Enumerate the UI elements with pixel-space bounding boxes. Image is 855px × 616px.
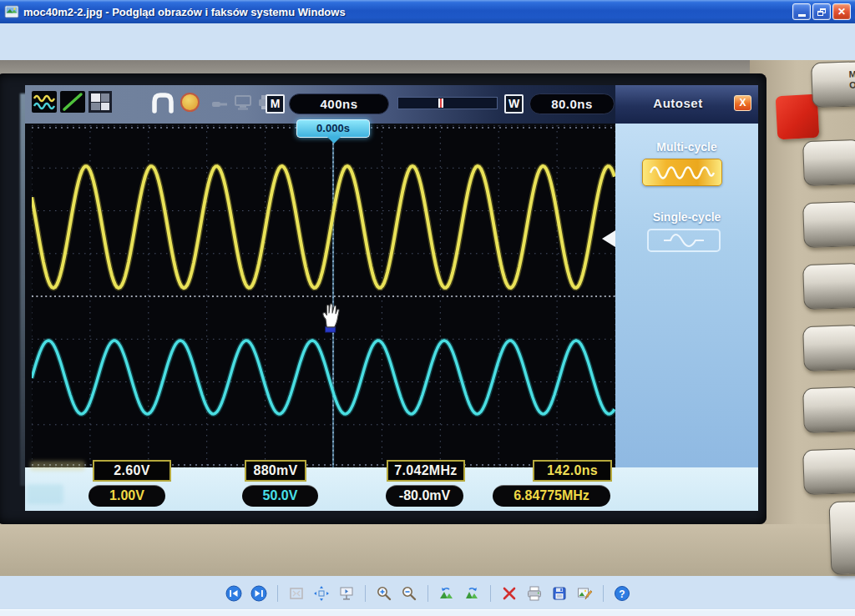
measurement-ch1-pkpk: 2.60V	[93, 460, 171, 482]
hardware-button-2	[802, 201, 855, 248]
main-timebase-value: 400ns	[289, 93, 389, 114]
graticule-grid	[32, 125, 615, 467]
ch2-volts-per-div: 50.0V	[242, 485, 318, 507]
window-timebase-label: W	[504, 94, 524, 114]
hardware-button-1	[802, 139, 855, 186]
multi-cycle-sine-icon	[649, 163, 716, 183]
autoset-menu-panel: Multi-cycle Single-cycle	[615, 124, 758, 467]
hardware-button-4	[802, 325, 855, 371]
svg-text:?: ?	[619, 588, 625, 600]
window-position-bar	[397, 97, 498, 109]
usb-plug-icon	[210, 99, 230, 109]
trigger-level-value: -80.0mV	[386, 485, 463, 507]
viewer-toolbar: ?	[0, 579, 855, 608]
autoset-menu-header: Autoset X	[615, 85, 758, 124]
single-cycle-sine-icon	[660, 231, 707, 250]
slideshow-icon	[338, 585, 355, 602]
single-cycle-label: Single-cycle	[615, 210, 758, 224]
rotate-clockwise-button[interactable]	[462, 583, 482, 603]
restore-button[interactable]	[812, 3, 831, 20]
toolbar-separator	[603, 585, 604, 602]
hardware-button-6	[802, 448, 855, 495]
hardware-button-5	[802, 386, 855, 433]
best-fit-icon	[288, 585, 305, 602]
window-timebase-value: 80.0ns	[529, 93, 615, 114]
hand-cursor	[317, 300, 342, 334]
help-button[interactable]: ?	[612, 583, 632, 603]
toolbar-separator	[277, 585, 278, 602]
slideshow-button[interactable]	[336, 583, 357, 603]
scope-screen: M 400ns W 80.0ns Autoset X Multi-cycle	[25, 85, 758, 511]
delete-icon	[501, 585, 518, 602]
delete-button[interactable]	[499, 583, 519, 603]
faint-channel-mark-2	[27, 484, 63, 504]
trigger-position-tag: 0.000s	[296, 119, 370, 138]
trigger-level-arrow	[602, 230, 615, 247]
waveform-plot	[32, 125, 615, 467]
edit-button[interactable]	[574, 583, 594, 603]
restore-icon	[817, 8, 826, 16]
actual-size-icon	[313, 585, 330, 602]
previous-image-button[interactable]	[224, 583, 244, 603]
main-timebase-label: M	[266, 94, 285, 114]
picture-viewer-window: moc40m2-2.jpg - Podgląd obrazów i faksów…	[0, 0, 855, 616]
faint-channel-mark-1	[30, 461, 85, 471]
window-position-marker	[438, 98, 443, 108]
save-copy-button[interactable]	[549, 583, 569, 603]
run-status-icon	[180, 93, 200, 112]
monitor-icon	[234, 94, 252, 111]
multi-cycle-button	[642, 159, 722, 186]
zoom-out-button[interactable]	[399, 583, 419, 603]
previous-image-icon	[225, 585, 242, 602]
toolbar-separator	[490, 585, 491, 602]
best-fit-button[interactable]	[286, 583, 306, 603]
single-cycle-button	[647, 229, 721, 252]
next-image-button[interactable]	[249, 583, 269, 603]
pulse-icon	[150, 89, 175, 114]
window-controls: ✕	[792, 3, 851, 20]
save-icon	[551, 585, 568, 602]
diagonal-line-icon	[60, 91, 85, 113]
measurement-frequency: 7.042MHz	[387, 460, 465, 482]
window-title: moc40m2-2.jpg - Podgląd obrazów i faksów…	[23, 6, 346, 18]
toolbar-separator	[428, 585, 428, 602]
hardware-button-3	[802, 263, 855, 310]
zoom-out-icon	[401, 585, 417, 602]
multi-cycle-label: Multi-cycle	[615, 140, 758, 154]
edit-icon	[576, 585, 593, 602]
ch1-waveform	[32, 166, 615, 288]
menu-onoff-label: ME ON	[848, 68, 855, 91]
rotate-counterclockwise-button[interactable]	[437, 583, 457, 603]
zoom-in-icon	[376, 585, 392, 602]
channels-waveform-icon	[32, 91, 57, 113]
measurement-ch2-pkpk: 880mV	[245, 460, 306, 482]
autoset-close-button: X	[734, 95, 751, 111]
measurement-period: 142.0ns	[533, 460, 612, 482]
title-bar: moc40m2-2.jpg - Podgląd obrazów i faksów…	[0, 0, 855, 23]
zoom-in-button[interactable]	[374, 583, 394, 603]
rotate-clockwise-icon	[463, 585, 480, 602]
next-image-icon	[250, 585, 267, 602]
scope-bezel-bottom	[0, 524, 855, 576]
hardware-button-7	[828, 500, 855, 575]
print-button[interactable]	[524, 583, 544, 603]
actual-size-button[interactable]	[311, 583, 331, 603]
trigger-frequency: 6.84775MHz	[493, 485, 610, 507]
help-icon: ?	[614, 585, 630, 602]
toolbar-separator	[365, 585, 366, 602]
picture-viewer-icon	[4, 4, 19, 19]
scope-graticule	[32, 125, 615, 467]
minimize-icon	[798, 14, 806, 17]
rotate-counterclockwise-icon	[438, 585, 455, 602]
autoset-menu-title: Autoset	[615, 96, 741, 110]
display-pattern-icon	[89, 91, 112, 113]
close-icon: ✕	[837, 6, 846, 18]
close-button[interactable]: ✕	[832, 3, 851, 20]
hardware-button-menu: ME ON	[811, 61, 855, 108]
print-icon	[526, 585, 543, 602]
window-bottom-edge	[0, 609, 855, 616]
minimize-button[interactable]	[792, 3, 811, 20]
photo-oscilloscope[interactable]: M 400ns W 80.0ns Autoset X Multi-cycle	[0, 60, 855, 576]
ch1-volts-per-div: 1.00V	[89, 485, 165, 507]
